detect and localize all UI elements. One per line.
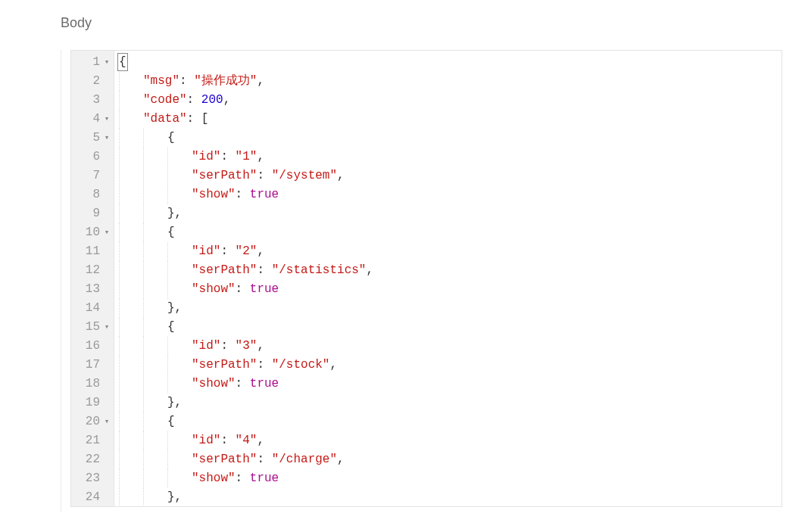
indent-guide xyxy=(143,356,167,375)
line-number: 18 xyxy=(79,375,100,394)
indent-guide xyxy=(143,242,167,261)
token-punc: : xyxy=(220,434,235,447)
code-line[interactable]: }, xyxy=(119,394,782,412)
indent-guide xyxy=(143,204,167,223)
line-number: 4 xyxy=(79,110,100,129)
token-str: "serPath" xyxy=(192,358,257,372)
token-str: "show" xyxy=(192,471,236,485)
indent-guide xyxy=(119,488,143,506)
gutter-row: 6 xyxy=(71,148,114,166)
token-punc: , xyxy=(337,453,345,466)
code-line[interactable]: }, xyxy=(119,204,782,223)
token-str: "3" xyxy=(236,339,257,353)
token-punc: , xyxy=(257,434,264,447)
fold-toggle-icon[interactable]: ▾ xyxy=(100,223,114,242)
token-str: "id" xyxy=(192,244,220,258)
token-punc: { xyxy=(167,320,175,334)
code-line[interactable]: "code": 200, xyxy=(119,91,782,110)
indent-guide xyxy=(143,375,167,394)
token-punc: : xyxy=(220,150,235,163)
gutter-row: 23 xyxy=(71,469,114,488)
section-title: Body xyxy=(61,15,805,31)
left-border-rule xyxy=(61,50,64,512)
code-line[interactable]: }, xyxy=(119,488,782,506)
gutter-row: 16 xyxy=(71,337,114,356)
gutter-row: 12 xyxy=(71,261,114,280)
line-number: 7 xyxy=(79,166,100,185)
indent-guide xyxy=(167,185,192,204)
code-line[interactable]: "serPath": "/statistics", xyxy=(119,261,782,280)
fold-toggle-icon[interactable]: ▾ xyxy=(100,110,114,129)
code-line[interactable]: { xyxy=(119,129,782,148)
code-line[interactable]: "id": "1", xyxy=(119,148,782,166)
indent-guide xyxy=(143,394,167,412)
token-str: "show" xyxy=(192,282,236,296)
code-line[interactable]: "id": "3", xyxy=(119,337,782,356)
line-number: 16 xyxy=(79,337,100,356)
token-str: "/stock" xyxy=(272,358,330,372)
token-str: "code" xyxy=(143,93,187,107)
fold-toggle-icon[interactable]: ▾ xyxy=(100,129,114,148)
code-line[interactable]: "serPath": "/system", xyxy=(119,166,782,185)
fold-toggle-icon[interactable]: ▾ xyxy=(100,318,114,337)
token-num: 200 xyxy=(201,93,223,107)
token-str: "/system" xyxy=(272,169,337,182)
code-line[interactable]: "show": true xyxy=(119,375,782,394)
gutter-row: 3 xyxy=(71,91,114,110)
indent-guide xyxy=(143,280,167,299)
indent-guide xyxy=(167,337,192,356)
line-number: 6 xyxy=(79,148,100,166)
code-line[interactable]: { xyxy=(119,53,782,72)
token-str: "serPath" xyxy=(192,169,257,182)
indent-guide xyxy=(119,450,143,469)
indent-guide xyxy=(119,431,143,450)
line-number: 1 xyxy=(79,53,100,72)
indent-guide xyxy=(143,469,167,488)
code-line[interactable]: "show": true xyxy=(119,185,782,204)
indent-guide xyxy=(119,242,143,261)
token-punc: { xyxy=(167,415,175,428)
indent-guide xyxy=(119,166,143,185)
code-line[interactable]: { xyxy=(119,412,782,431)
token-punc: , xyxy=(257,150,264,163)
code-line[interactable]: "msg": "操作成功", xyxy=(119,72,782,91)
indent-guide xyxy=(143,129,167,148)
indent-guide xyxy=(119,261,143,280)
fold-toggle-icon[interactable]: ▾ xyxy=(100,412,114,431)
code-line[interactable]: { xyxy=(119,318,782,337)
token-punc: : [ xyxy=(187,112,209,126)
token-str: "/statistics" xyxy=(272,263,367,277)
line-number: 17 xyxy=(79,356,100,375)
code-line[interactable]: }, xyxy=(119,299,782,318)
line-number: 23 xyxy=(79,469,100,488)
code-line[interactable]: { xyxy=(119,223,782,242)
token-punc: , xyxy=(257,74,264,88)
token-punc: { xyxy=(167,131,175,145)
token-str: "id" xyxy=(192,150,220,163)
json-editor[interactable]: 1▾234▾5▾678910▾1112131415▾1617181920▾212… xyxy=(70,50,782,507)
code-line[interactable]: "show": true xyxy=(119,280,782,299)
token-str: "/charge" xyxy=(272,453,337,466)
code-line[interactable]: "data": [ xyxy=(119,110,782,129)
token-str: "1" xyxy=(236,150,257,163)
gutter-row: 21 xyxy=(71,431,114,450)
indent-guide xyxy=(143,488,167,506)
fold-toggle-icon[interactable]: ▾ xyxy=(100,53,114,72)
code-line[interactable]: "id": "4", xyxy=(119,431,782,450)
token-punc: , xyxy=(257,244,264,258)
line-number-gutter[interactable]: 1▾234▾5▾678910▾1112131415▾1617181920▾212… xyxy=(71,51,114,506)
token-punc: : xyxy=(236,188,250,201)
token-bool: true xyxy=(250,377,279,390)
code-area[interactable]: {"msg": "操作成功","code": 200,"data": [{"id… xyxy=(114,51,782,506)
indent-guide xyxy=(167,148,192,166)
code-line[interactable]: "show": true xyxy=(119,469,782,488)
token-punc: { xyxy=(167,226,175,239)
gutter-row: 13 xyxy=(71,280,114,299)
token-punc: , xyxy=(337,169,345,182)
code-line[interactable]: "id": "2", xyxy=(119,242,782,261)
line-number: 19 xyxy=(79,394,100,412)
code-line[interactable]: "serPath": "/stock", xyxy=(119,356,782,375)
indent-guide xyxy=(119,318,143,337)
line-number: 8 xyxy=(79,185,100,204)
code-line[interactable]: "serPath": "/charge", xyxy=(119,450,782,469)
